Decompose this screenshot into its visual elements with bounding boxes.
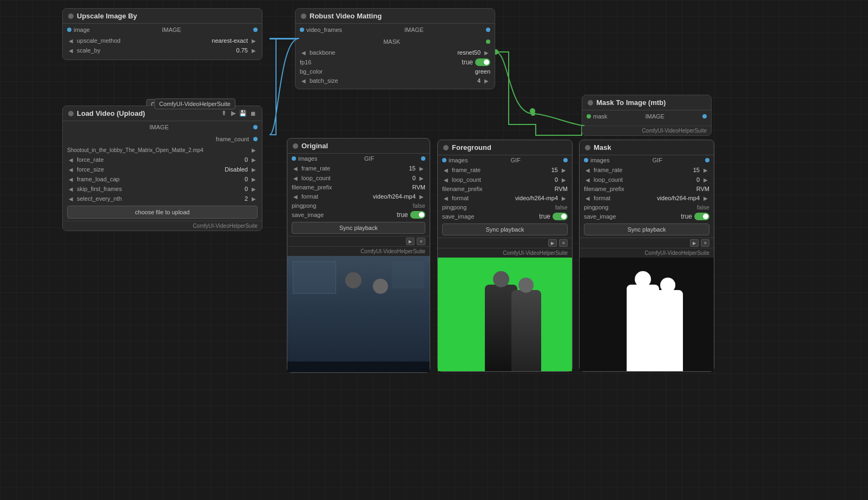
preview-orig-loop-left[interactable]: ◀: [292, 174, 299, 182]
force-size-value: Disabled: [225, 166, 248, 173]
mask-to-image-port-in[interactable]: [587, 114, 591, 119]
preview-mask-gif-port[interactable]: [705, 158, 709, 162]
preview-mask-play-btn[interactable]: ▶: [690, 239, 699, 247]
preview-fg-loop-left[interactable]: ◀: [442, 176, 450, 183]
node-mask-to-image-title: Mask To Image (mtb): [596, 98, 666, 107]
preview-orig-loop-right[interactable]: ▶: [418, 174, 425, 182]
preview-mask-format-left[interactable]: ◀: [584, 194, 591, 202]
preview-mask-image: [580, 258, 714, 371]
mask-to-image-footer: ComfyUI-VideoHelperSuite: [582, 126, 711, 135]
preview-mask-fr-name: frame_rate: [594, 167, 691, 173]
select-every-name: select_every_nth: [77, 195, 242, 202]
preview-fg-loop-right[interactable]: ▶: [560, 176, 568, 183]
frame-load-cap-arrow-left[interactable]: ◀: [67, 175, 75, 183]
force-rate-arrow-left[interactable]: ◀: [67, 156, 75, 163]
robust-video-frames-port-in[interactable]: [300, 28, 304, 32]
svg-point-1: [530, 108, 535, 114]
upload-button[interactable]: choose file to upload: [67, 206, 258, 219]
batch-size-arrow-left[interactable]: ◀: [300, 77, 307, 84]
node-upscale-title: Upscale Image By: [77, 12, 137, 20]
preview-mask-footer: ComfyUI-VideoHelperSuite: [580, 248, 714, 258]
backbone-arrow-left[interactable]: ◀: [300, 49, 307, 56]
preview-mask-save-toggle[interactable]: [694, 213, 709, 220]
preview-mask-images-port[interactable]: [584, 158, 588, 162]
frame-load-cap-arrow-right[interactable]: ▶: [250, 175, 258, 183]
preview-mask-loop-right[interactable]: ▶: [702, 176, 709, 183]
preview-fg-images-port[interactable]: [442, 158, 446, 162]
scale-by-arrow-left[interactable]: ◀: [67, 47, 75, 54]
preview-mask-format-right[interactable]: ▶: [702, 194, 709, 202]
robust-mask-port-out[interactable]: [486, 40, 490, 44]
preview-original-images-port[interactable]: [292, 156, 296, 161]
robust-image-port-out[interactable]: [486, 28, 490, 32]
force-size-arrow-right[interactable]: ▶: [250, 166, 258, 173]
preview-fg-fr-left[interactable]: ◀: [442, 166, 450, 174]
preview-fg-fr-right[interactable]: ▶: [560, 166, 568, 174]
force-size-name: force_size: [77, 166, 222, 173]
upscale-image-port-in[interactable]: [67, 28, 71, 32]
preview-mask-fr-right[interactable]: ▶: [702, 166, 709, 174]
load-video-image-row: IMAGE: [63, 121, 262, 133]
fp16-value-container: true: [462, 58, 490, 66]
preview-orig-save-name: save_image: [292, 212, 394, 218]
upscale-image-port-out[interactable]: [253, 28, 258, 32]
preview-orig-fr-left[interactable]: ◀: [292, 165, 299, 172]
upscale-method-arrow-right[interactable]: ▶: [250, 37, 258, 44]
preview-fg-close-btn[interactable]: ✕: [559, 239, 568, 247]
preview-fg-format-right[interactable]: ▶: [560, 194, 568, 202]
preview-orig-sync-button[interactable]: Sync playback: [292, 222, 425, 234]
preview-mask-loop-left[interactable]: ◀: [584, 176, 591, 183]
preview-mask-save-name: save_image: [584, 213, 679, 220]
preview-mask-loop-row: ◀ loop_count 0 ▶: [580, 175, 714, 185]
preview-orig-prefix-value: RVM: [412, 184, 425, 190]
preview-fg-gif-port[interactable]: [563, 158, 568, 162]
preview-fg-save-toggle[interactable]: [553, 213, 568, 220]
force-size-arrow-left[interactable]: ◀: [67, 166, 75, 173]
preview-orig-mini-controls: ▶ ✕: [406, 238, 425, 245]
preview-fg-loop-row: ◀ loop_count 0 ▶: [438, 175, 572, 185]
load-video-filename-arrow[interactable]: ▶: [250, 146, 258, 154]
scale-by-arrow-right[interactable]: ▶: [250, 47, 258, 54]
skip-first-arrow-left[interactable]: ◀: [67, 185, 75, 193]
preview-orig-format-left[interactable]: ◀: [292, 193, 299, 200]
node-robust-video-header: Robust Video Matting: [295, 9, 495, 24]
preview-orig-close-btn[interactable]: ✕: [417, 238, 425, 245]
preview-fg-image: [438, 258, 572, 371]
fp16-toggle[interactable]: [475, 58, 490, 66]
skip-first-arrow-right[interactable]: ▶: [250, 185, 258, 193]
bg-color-row: bg_color green: [295, 67, 495, 76]
preview-fg-play-btn[interactable]: ▶: [548, 239, 557, 247]
node-mask-to-image-header: Mask To Image (mtb): [582, 95, 711, 110]
preview-mask-fr-left[interactable]: ◀: [584, 166, 591, 174]
preview-original-gif-port[interactable]: [421, 156, 425, 161]
preview-fg-sync-button[interactable]: Sync playback: [442, 223, 568, 235]
preview-node-foreground: Foreground images GIF ◀ frame_rate 15 ▶ …: [437, 140, 573, 372]
mask-to-image-port-out[interactable]: [702, 114, 707, 119]
load-video-frame-count-port[interactable]: [253, 137, 258, 141]
preview-mask-sync-button[interactable]: Sync playback: [584, 223, 709, 235]
preview-orig-fr-name: frame_rate: [301, 165, 407, 172]
upscale-method-arrow-left[interactable]: ◀: [67, 37, 75, 44]
node-upscale-header: Upscale Image By: [63, 9, 262, 24]
preview-orig-play-btn[interactable]: ▶: [406, 238, 415, 245]
preview-mask-title: Mask: [594, 143, 611, 152]
preview-orig-fr-right[interactable]: ▶: [418, 165, 425, 172]
select-every-arrow-left[interactable]: ◀: [67, 195, 75, 202]
preview-original-title: Original: [301, 142, 328, 150]
preview-fg-prefix-name: filename_prefix: [442, 186, 553, 192]
preview-orig-prefix-row: filename_prefix RVM: [287, 183, 430, 192]
backbone-arrow-right[interactable]: ▶: [483, 49, 490, 56]
preview-fg-format-left[interactable]: ◀: [442, 194, 450, 202]
preview-orig-save-value: true: [397, 211, 408, 219]
robust-video-frames-row: video_frames IMAGE: [295, 24, 495, 36]
preview-orig-save-toggle[interactable]: [410, 211, 425, 219]
preview-orig-format-right[interactable]: ▶: [418, 193, 425, 200]
load-video-image-port-out[interactable]: [253, 125, 258, 129]
batch-size-arrow-right[interactable]: ▶: [483, 77, 490, 84]
preview-mask-images-row: images GIF: [580, 155, 714, 165]
frame-load-cap-row: ◀ frame_load_cap 0 ▶: [63, 174, 262, 184]
preview-fg-pingpong-value: false: [555, 204, 568, 210]
preview-mask-close-btn[interactable]: ✕: [701, 239, 709, 247]
force-rate-arrow-right[interactable]: ▶: [250, 156, 258, 163]
select-every-arrow-right[interactable]: ▶: [250, 195, 258, 202]
